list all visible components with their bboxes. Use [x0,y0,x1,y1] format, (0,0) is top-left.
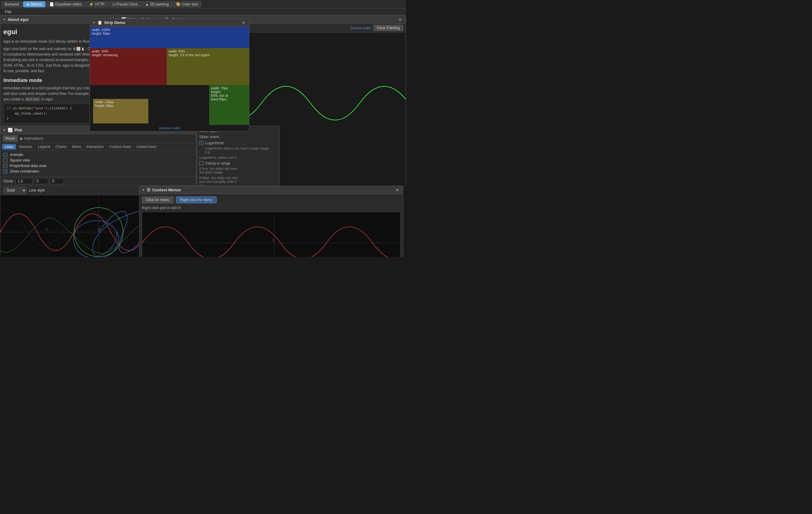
square-checkbox[interactable] [3,158,7,162]
slider-orient-row: Slider orient [199,135,277,139]
strip-row-1: width: 100% height: 50px [90,27,249,48]
tab-http[interactable]: ⚡HTTP [86,1,108,7]
plot-options: Animate Square view Proportional data ax… [0,151,196,177]
strip-box-red: width: 50% height: remaining [90,48,167,85]
painting-source-link[interactable]: (source code) [350,26,371,30]
strip-close-icon[interactable]: ✕ [240,20,246,25]
coordinates-checkbox[interactable] [3,170,7,174]
reset-button[interactable]: Reset [3,135,18,142]
slider-orient-label: Slider orient [199,135,219,139]
strip-box-olive-text1: width: 50% [169,50,247,53]
animate-checkbox[interactable] [3,153,7,157]
tab-fractal[interactable]: ◷Fractal Clock [109,1,141,7]
strip-box-olive-text2: height: 1/3 of the red region [169,53,247,57]
strip-box-blue-text2: height: 50px [92,32,247,35]
logarithmic-checkbox[interactable] [199,141,203,145]
about-collapse-icon[interactable]: ▼ [3,18,6,21]
strip-box-red-text1: width: 50% [92,50,165,53]
circle-label: Circle: [3,179,14,183]
strip-source-link[interactable]: (source code) [90,125,249,131]
context-panel: ▼ ☰ Context Menus ✕ Click for menu Right… [139,186,403,257]
x-input[interactable] [34,178,48,184]
tab-3dpainting[interactable]: ▲3D painting [142,1,172,7]
instructions-label: Instructions [24,136,43,141]
clear-painting-button[interactable]: Clear Painting [373,25,403,31]
tab-items[interactable]: Items [69,144,83,150]
logarithmic-row: Logarithmic [199,141,277,145]
context-content: Click for menu Right-click for menu Righ… [139,194,403,257]
strip-row-2: width: 50% height: remaining width: 50% … [90,48,249,85]
clamp-row: Clamp to range [199,161,277,165]
strip-collapse-icon[interactable]: ▼ [92,21,95,24]
context-buttons: Click for menu Right-click for menu [142,196,401,203]
option-animate: Animate [3,153,193,157]
strip-header: ▼ 📋 Strip Demo ✕ [90,19,249,27]
strip-box-tan: width: 120px height: 60px [93,99,148,123]
proportional-label: Proportional data axes [10,164,47,168]
context-hint-text: Right-click plot to edit it! [142,206,401,210]
coordinates-label: Show coordinates [10,169,39,174]
context-title: Context Menus [152,188,181,192]
context-collapse-icon[interactable]: ▼ [142,188,145,191]
clamp-checkbox[interactable] [199,161,203,165]
strip-box-green: width: 70px height: 50%, but at least 60… [209,85,249,125]
context-header: ▼ ☰ Context Menus ✕ [139,186,403,194]
strip-box-olive: width: 50% height: 1/3 of the red region [167,48,249,85]
strip-box-tan-text2: height: 60px [95,104,146,108]
tab-interaction[interactable]: Interaction [84,144,106,150]
strip-box-red-text2: height: remaining [92,53,165,57]
tab-linkedaxes[interactable]: Linked Axes [134,144,159,150]
clamp-label: Clamp to range [205,161,230,165]
strip-row-3: width: 120px height: 60px width: 70px he… [90,85,249,125]
instructions-toggle[interactable]: ▶ Instructions [20,136,43,141]
y-input[interactable] [50,178,64,184]
context-menu-icon: ☰ [147,188,150,192]
file-menu[interactable]: File [2,9,14,15]
logarithmic-desc2: Logarithmic sliders can h... [199,156,277,159]
svg-text:-1: -1 [45,228,48,231]
chevron-right-icon: ▶ [20,136,23,141]
strip-content: width: 100% height: 50px width: 50% heig… [90,27,249,131]
context-plot-svg: 0 [142,212,400,257]
tab-demos[interactable]: ◈Demos [23,1,46,7]
plot-chart-icon: 📈 [8,128,12,132]
strip-box-green-text2: height: 50%, but at least 60px. [211,90,247,101]
tab-charts[interactable]: Charts [53,144,69,150]
context-title-row: ▼ ☰ Context Menus [142,188,181,192]
plot-title: Plot [14,128,22,132]
strip-title-row: ▼ 📋 Strip Demo [92,20,125,25]
plot-collapse-icon[interactable]: ▼ [3,128,6,132]
logarithmic-desc: Logarithmic sliders can have a huge rang… [199,147,277,154]
strip-box-green-text1: width: 70px [211,86,247,90]
option-square: Square view [3,158,193,162]
option-coordinates: Show coordinates [3,169,193,174]
proportional-checkbox[interactable] [3,164,7,168]
painting-close-icon[interactable]: ✕ [397,17,403,22]
tab-colortest[interactable]: 🎨Color test [173,1,201,7]
tab-backend[interactable]: Backend [1,1,22,7]
strip-title: Strip Demo [104,20,125,25]
context-close-icon[interactable]: ✕ [394,188,401,192]
tab-markers[interactable]: Markers [17,144,35,150]
line-style-select[interactable]: Solid Dashed Dotted [3,187,27,194]
animate-label: Animate [10,153,23,157]
r-input[interactable] [16,178,33,184]
strip-panel: ▼ 📋 Strip Demo ✕ width: 100% height: 50p… [90,19,250,131]
click-for-menu-button[interactable]: Click for menu [142,196,174,203]
strip-box-blue: width: 100% height: 50px [90,27,249,48]
plot-toolbar: Reset ▶ Instructions [0,134,196,143]
tab-lines[interactable]: Lines [2,144,16,150]
strip-box-tan-text1: width: 120px [95,100,146,104]
right-click-for-menu-button[interactable]: Right-click for menu [176,196,216,203]
tab-easymark[interactable]: 📄EasyMark editor [46,1,85,7]
tab-customaxes[interactable]: Custom Axes [107,144,134,150]
main-area: ▼ About egui ✕ egui egui is an immediate… [0,16,406,257]
clamp-desc2: If false, the slider can shoyou can manu… [199,176,277,183]
line-style-label: Line style [29,188,45,192]
tab-legend[interactable]: Legend [35,144,53,150]
about-title-row: ▼ About egui [3,17,29,22]
top-bar: Backend ◈Demos 📄EasyMark editor ⚡HTTP ◷F… [0,0,406,9]
context-plot-area[interactable]: 0 [142,212,401,257]
menu-bar: File [0,9,406,16]
about-title: About egui [8,17,29,22]
